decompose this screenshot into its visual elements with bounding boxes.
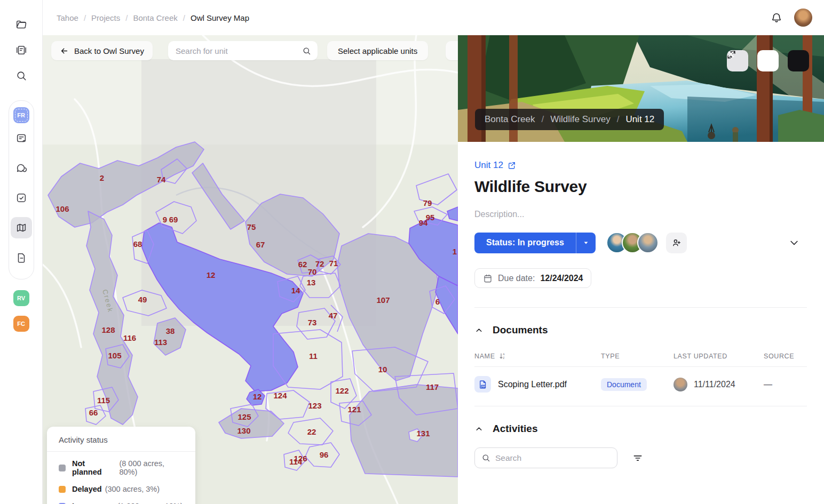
status-label[interactable]: Status: In progress: [474, 233, 576, 253]
select-applicable-units-button[interactable]: Select applicable units: [327, 41, 428, 60]
column-last-updated[interactable]: LAST UPDATED: [674, 353, 764, 360]
activities-section-toggle[interactable]: Activities: [474, 423, 807, 435]
source-cell: —: [764, 380, 807, 389]
unit-link[interactable]: Unit 12: [474, 160, 516, 171]
column-type[interactable]: TYPE: [601, 353, 674, 360]
hero-crumb-wildlife-survey[interactable]: Wildlife Survey: [550, 114, 610, 125]
close-icon[interactable]: [788, 50, 809, 71]
unit-search-input[interactable]: [176, 46, 302, 55]
projects-icon[interactable]: [11, 39, 32, 61]
chat-icon[interactable]: [11, 157, 32, 179]
back-to-owl-survey-button[interactable]: Back to Owl Survey: [51, 41, 153, 60]
svg-text:75: 75: [247, 222, 256, 231]
sort-az-icon: AZ: [498, 352, 506, 360]
svg-text:6: 6: [435, 297, 440, 306]
assignee-avatar-3[interactable]: [637, 232, 659, 253]
svg-text:73: 73: [308, 318, 317, 327]
svg-text:117: 117: [426, 382, 439, 391]
documents-section-toggle[interactable]: Documents: [474, 324, 807, 336]
svg-text:14: 14: [291, 286, 300, 295]
hero-crumb-unit: Unit 12: [625, 114, 654, 125]
svg-text:122: 122: [335, 386, 348, 395]
calendar-icon: [483, 274, 493, 283]
chevron-down-icon[interactable]: [789, 237, 807, 248]
status-dropdown-caret[interactable]: [576, 233, 596, 253]
legend-item-delayed: Delayed (300 acres, 3%): [47, 481, 195, 498]
sidebar-project-group: FR: [9, 100, 34, 279]
svg-text:49: 49: [138, 295, 147, 304]
column-source[interactable]: SOURCE: [764, 353, 807, 360]
bell-icon[interactable]: [771, 12, 782, 23]
column-name[interactable]: NAME AZ: [474, 352, 601, 360]
toolbar-overflow-button[interactable]: [446, 41, 458, 60]
map-canvas[interactable]: Creek 2741069697568677995946272717013121…: [43, 35, 458, 504]
arrow-left-icon: [60, 46, 69, 55]
unit-search-field[interactable]: [168, 41, 318, 60]
delayed-swatch: [59, 486, 66, 493]
svg-text:67: 67: [256, 240, 265, 249]
svg-text:128: 128: [101, 325, 115, 334]
folder-icon[interactable]: [11, 14, 32, 35]
svg-text:131: 131: [416, 429, 430, 438]
hero-image: Bonta Creek/ Wildlife Survey/ Unit 12: [458, 35, 824, 142]
breadcrumb-tahoe[interactable]: Tahoe: [57, 13, 78, 22]
map-icon[interactable]: [11, 217, 32, 238]
more-dots-icon[interactable]: [757, 50, 779, 71]
avatar-fr[interactable]: FR: [13, 107, 29, 123]
svg-text:66: 66: [89, 408, 98, 417]
breadcrumb-projects[interactable]: Projects: [91, 13, 120, 22]
chevron-up-icon: [474, 326, 484, 335]
svg-text:68: 68: [133, 239, 142, 249]
top-bar: Tahoe/ Projects/ Bonta Creek/ Owl Survey…: [43, 0, 824, 35]
due-date-label: Due date:: [498, 274, 535, 283]
legend-item-not-planned: Not planned (8 000 acres, 80%): [47, 455, 195, 481]
search-icon: [302, 46, 311, 55]
breadcrumb-bonta-creek[interactable]: Bonta Creek: [133, 13, 177, 22]
svg-text:130: 130: [237, 426, 250, 435]
breadcrumb: Tahoe/ Projects/ Bonta Creek/ Owl Survey…: [57, 13, 249, 22]
svg-text:71: 71: [329, 259, 338, 268]
svg-text:96: 96: [320, 450, 329, 459]
not-planned-swatch: [59, 465, 66, 471]
svg-text:114: 114: [289, 457, 303, 466]
svg-text:12: 12: [207, 270, 216, 279]
svg-text:94: 94: [419, 218, 428, 227]
user-avatar[interactable]: [794, 9, 812, 27]
note-icon[interactable]: [11, 127, 32, 149]
updater-avatar: [674, 378, 687, 391]
check-square-icon[interactable]: [11, 187, 32, 209]
svg-text:12: 12: [253, 392, 262, 401]
add-assignee-button[interactable]: [666, 233, 687, 253]
svg-text:69: 69: [169, 215, 178, 224]
svg-text:1: 1: [453, 247, 457, 256]
activities-search-field[interactable]: [474, 447, 617, 468]
svg-text:79: 79: [423, 198, 432, 207]
description-placeholder[interactable]: Description...: [474, 210, 807, 219]
avatar-rv[interactable]: RV: [13, 290, 29, 306]
svg-text:115: 115: [97, 396, 110, 405]
svg-text:74: 74: [157, 175, 166, 184]
svg-text:38: 38: [166, 326, 175, 335]
chevron-up-icon: [474, 425, 484, 434]
filter-icon[interactable]: [632, 453, 643, 463]
assignee-avatars[interactable]: [606, 232, 659, 253]
status-button[interactable]: Status: In progress: [474, 233, 596, 253]
svg-text:22: 22: [307, 427, 316, 436]
search-icon[interactable]: [11, 65, 32, 86]
activities-heading: Activities: [493, 423, 537, 435]
due-date-button[interactable]: Due date: 12/24/2024: [474, 268, 591, 288]
activities-search-input[interactable]: [495, 453, 611, 463]
svg-text:70: 70: [308, 267, 317, 276]
avatar-fc[interactable]: FC: [13, 316, 29, 332]
table-row[interactable]: PDF Scoping Letter.pdf Document 11/11/20…: [474, 367, 807, 401]
breadcrumb-current: Owl Survey Map: [191, 13, 249, 22]
file-icon[interactable]: [11, 247, 32, 268]
documents-table-header: NAME AZ TYPE LAST UPDATED SOURCE: [474, 352, 807, 367]
document-name-cell[interactable]: PDF Scoping Letter.pdf: [474, 376, 601, 393]
hero-crumb-bonta-creek[interactable]: Bonta Creek: [485, 114, 535, 125]
svg-text:121: 121: [347, 405, 361, 414]
svg-text:13: 13: [307, 278, 316, 287]
legend-title: Activity status: [47, 435, 195, 451]
due-date-value: 12/24/2024: [540, 274, 583, 283]
svg-text:124: 124: [273, 391, 287, 400]
